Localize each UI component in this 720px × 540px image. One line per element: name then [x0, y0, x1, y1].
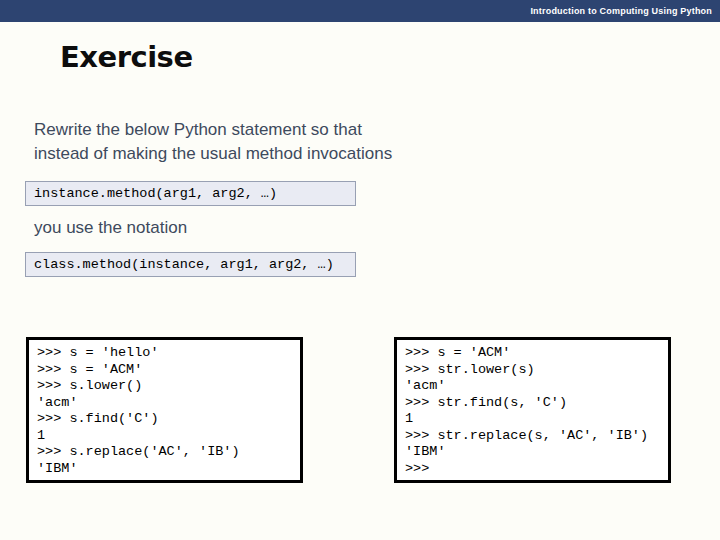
- terminal-instance-method-session: >>> s = 'hello' >>> s = 'ACM' >>> s.lowe…: [26, 337, 303, 483]
- course-title: Introduction to Computing Using Python: [530, 0, 712, 22]
- body-paragraph: Rewrite the below Python statement so th…: [34, 118, 454, 166]
- terminal-class-method-session: >>> s = 'ACM' >>> str.lower(s) 'acm' >>>…: [394, 337, 671, 483]
- code-box-class-method: class.method(instance, arg1, arg2, …): [25, 252, 356, 277]
- body-paragraph-line-2: instead of making the usual method invoc…: [34, 142, 454, 166]
- page-title: Exercise: [60, 40, 193, 74]
- notation-text: you use the notation: [34, 218, 187, 238]
- body-paragraph-line-1: Rewrite the below Python statement so th…: [34, 118, 454, 142]
- code-box-instance-method: instance.method(arg1, arg2, …): [25, 181, 356, 206]
- header-bar: Introduction to Computing Using Python: [0, 0, 720, 22]
